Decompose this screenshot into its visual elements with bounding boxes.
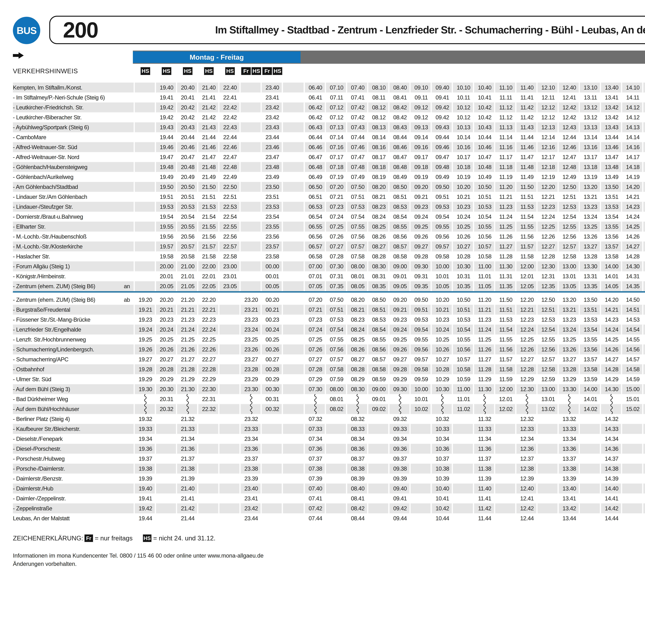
time-cell — [198, 454, 219, 464]
station-cell: - Lenzfrieder Str./Engelhalde — [13, 325, 135, 335]
time-cell: 21.41 — [177, 493, 198, 503]
time-cell: 08.00 — [326, 384, 347, 394]
time-cell: 11.12 — [495, 113, 516, 122]
time-cell: 19.51 — [156, 192, 177, 202]
zigzag-skip-icon — [440, 394, 445, 404]
time-cell: 14.21 — [601, 305, 622, 314]
station-name: - Ellharter Str. — [13, 223, 45, 230]
time-cell: 07.42 — [347, 113, 368, 122]
time-cell: 13.23 — [580, 202, 601, 212]
time-cell — [135, 404, 156, 414]
column-badges: HS — [156, 65, 177, 77]
table-section-continue: - Zentrum (ehem. ZUM) (Steig B6)ab19.202… — [13, 295, 645, 523]
time-cell: 13.40 — [559, 483, 580, 493]
time-cell: 09.54 — [432, 212, 453, 222]
time-cell: 10.05 — [432, 281, 453, 291]
time-cell: 09.12 — [411, 113, 432, 122]
time-cell: 13.42 — [601, 102, 622, 113]
time-cell: 14.50 — [643, 182, 645, 192]
time-cell: 10.49 — [474, 172, 495, 182]
time-cell: 12.53 — [559, 202, 580, 212]
time-cell: 13.24 — [580, 212, 601, 222]
time-cell: 13.41 — [559, 493, 580, 503]
time-cell: 14.28 — [601, 364, 622, 374]
time-cell — [219, 394, 241, 404]
time-cell — [219, 503, 241, 513]
time-cell: 12.27 — [538, 241, 559, 251]
time-cell: 20.55 — [177, 222, 198, 232]
time-cell: 11.44 — [474, 513, 495, 523]
station-cell: - Ulmer Str. Süd — [13, 374, 135, 384]
spacer-cell — [283, 394, 305, 404]
time-cell: 09.29 — [390, 374, 411, 384]
time-cell — [453, 483, 474, 493]
time-cell: 12.32 — [516, 414, 538, 424]
station-cell: - CamboMare — [13, 132, 135, 142]
time-cell: 09.54 — [411, 325, 432, 335]
time-cell: 09.01 — [368, 394, 390, 404]
time-cell: 14.00 — [601, 261, 622, 271]
time-cell — [495, 474, 516, 483]
time-cell: 20.42 — [177, 102, 198, 113]
table-row: - Aybühlweg/Sportpark (Steig 6)19.4320.4… — [13, 122, 645, 132]
time-cell — [368, 474, 390, 483]
time-cell: 21.24 — [177, 325, 198, 335]
validity-date: gültig ab: 14.12.2025 — [639, 564, 645, 571]
time-cell: 13.46 — [601, 142, 622, 152]
time-cell: 14.31 — [622, 271, 643, 281]
time-cell: 13.27 — [559, 354, 580, 364]
time-cell: 08.33 — [347, 424, 368, 434]
time-cell: 09.34 — [390, 434, 411, 444]
time-cell: 21.23 — [177, 314, 198, 325]
weekday-label: Montag - Freitag — [190, 53, 244, 61]
station-name: - M.-Lochb.-Str./Klosterkirche — [13, 243, 82, 250]
time-cell: 21.32 — [177, 414, 198, 424]
time-cell: 11.29 — [474, 374, 495, 384]
time-cell: 10.12 — [453, 102, 474, 113]
time-cell: 14.43 — [643, 122, 645, 132]
time-cell: 09.28 — [411, 251, 432, 261]
time-cell — [241, 241, 262, 251]
table-row: - Leutkircher-/Biberacher Str.19.4220.42… — [13, 113, 645, 122]
time-cell: 13.48 — [601, 162, 622, 172]
time-cell: 23.25 — [241, 335, 262, 345]
station-cell: - Berliner Platz (Steig 4) — [13, 414, 135, 424]
station-name: - Dieselstr./Fenepark — [13, 436, 62, 442]
time-cell: 12.40 — [559, 82, 580, 92]
time-cell: 19.50 — [156, 182, 177, 192]
time-cell: 07.21 — [326, 192, 347, 202]
time-cell: 10.56 — [474, 232, 495, 241]
time-cell: 14.01 — [580, 394, 601, 404]
time-cell: 08.54 — [368, 325, 390, 335]
time-cell: 00.01 — [262, 271, 283, 281]
spacer-cell — [283, 414, 305, 424]
spacer-cell — [283, 212, 305, 222]
time-cell: 14.56 — [643, 232, 645, 241]
time-cell: 19.27 — [135, 354, 156, 364]
time-cell: 12.24 — [538, 212, 559, 222]
time-cell: 10.14 — [453, 132, 474, 142]
time-cell: 11.53 — [516, 202, 538, 212]
station-name: - Zentrum (ehem. ZUM) (Steig B6) — [13, 283, 95, 289]
time-cell: 13.56 — [580, 345, 601, 354]
time-cell: 14.24 — [601, 325, 622, 335]
time-cell — [580, 464, 601, 474]
time-cell — [495, 493, 516, 503]
time-cell: 11.38 — [474, 464, 495, 474]
time-cell — [580, 454, 601, 464]
time-cell: 08.21 — [347, 305, 368, 314]
time-cell: 10.13 — [453, 122, 474, 132]
time-cell — [538, 474, 559, 483]
time-cell — [219, 414, 241, 424]
time-cell: 23.48 — [262, 162, 283, 172]
time-cell: 11.24 — [495, 212, 516, 222]
time-cell: 13.32 — [559, 414, 580, 424]
time-cell — [135, 132, 156, 142]
time-cell — [241, 281, 262, 291]
time-cell — [326, 434, 347, 444]
time-cell: 09.50 — [411, 295, 432, 305]
station-name: - Am Göhlenbach/Stadtbad — [13, 184, 78, 190]
bus-logo-icon: BUS — [13, 17, 40, 44]
station-name: - Im Stiftalmey/P.-Neri-Schule (Steig 6) — [13, 94, 105, 101]
station-name: - Diesel-/Porschestr. — [13, 446, 61, 452]
